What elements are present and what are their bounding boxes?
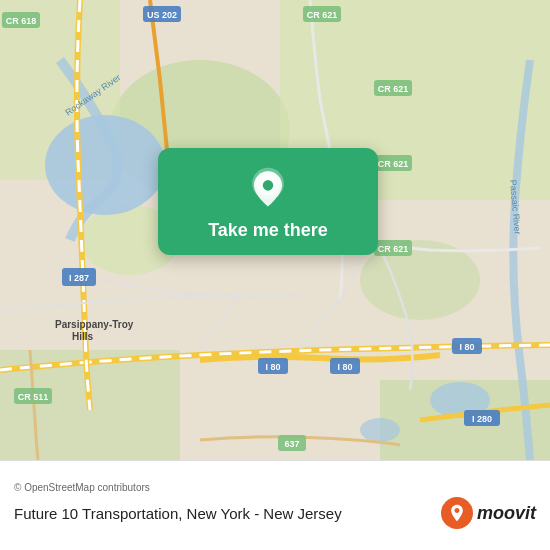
moovit-text: moovit (477, 503, 536, 524)
take-me-there-button[interactable]: Take me there (208, 220, 328, 241)
svg-text:I 287: I 287 (69, 273, 89, 283)
svg-text:I 280: I 280 (472, 414, 492, 424)
svg-text:I 80: I 80 (265, 362, 280, 372)
moovit-logo: moovit (441, 497, 536, 529)
svg-text:CR 621: CR 621 (378, 159, 409, 169)
location-pin-icon (246, 166, 290, 210)
moovit-icon (441, 497, 473, 529)
svg-text:CR 621: CR 621 (378, 244, 409, 254)
take-me-there-card[interactable]: Take me there (158, 148, 378, 255)
bottom-bar: © OpenStreetMap contributors Future 10 T… (0, 460, 550, 550)
svg-text:I 80: I 80 (337, 362, 352, 372)
svg-text:CR 618: CR 618 (6, 16, 37, 26)
map-attribution: © OpenStreetMap contributors (14, 482, 536, 493)
svg-text:Parsippany-Troy: Parsippany-Troy (55, 319, 134, 330)
svg-text:US 202: US 202 (147, 10, 177, 20)
svg-text:CR 621: CR 621 (378, 84, 409, 94)
map-container: US 202 CR 621 CR 618 CR 621 CR 621 CR 62… (0, 0, 550, 550)
svg-point-44 (263, 180, 274, 191)
svg-text:CR 621: CR 621 (307, 10, 338, 20)
svg-text:I 80: I 80 (459, 342, 474, 352)
svg-text:Hills: Hills (72, 331, 94, 342)
svg-text:CR 511: CR 511 (18, 392, 49, 402)
location-title: Future 10 Transportation, New York - New… (14, 505, 342, 522)
svg-point-10 (360, 418, 400, 442)
svg-text:637: 637 (284, 439, 299, 449)
bottom-info-row: Future 10 Transportation, New York - New… (14, 497, 536, 529)
